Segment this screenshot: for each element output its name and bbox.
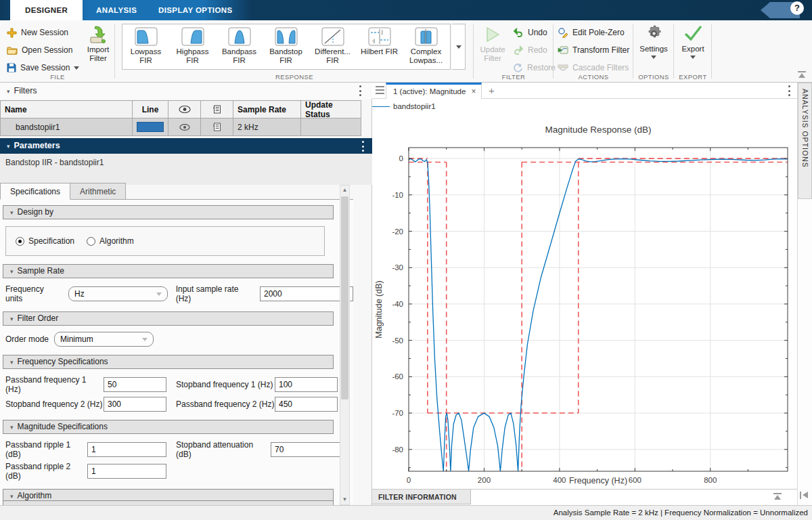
- close-tab-icon[interactable]: ×: [471, 87, 476, 96]
- filter-info-icon: [213, 123, 221, 131]
- parameters-scrollbar[interactable]: ▲ ▼: [340, 185, 350, 505]
- col-name[interactable]: Name: [1, 101, 133, 118]
- col-sample-rate[interactable]: Sample Rate: [233, 101, 301, 118]
- filter-name-cell[interactable]: bandstopiir1: [1, 118, 133, 135]
- magnitude-specifications-header[interactable]: ▾Magnitude Specifications: [3, 420, 334, 434]
- parameters-menu-icon[interactable]: [361, 141, 364, 152]
- tab-analysis[interactable]: ANALYSIS: [81, 0, 152, 20]
- help-icon[interactable]: ?: [790, 1, 804, 15]
- lowpass-fir-button[interactable]: Lowpass FIR: [122, 24, 169, 69]
- filter-info-cell[interactable]: [201, 118, 233, 135]
- settings-button[interactable]: Settings: [637, 24, 671, 59]
- col-visibility[interactable]: [168, 101, 201, 118]
- document-menu-icon[interactable]: [788, 85, 790, 96]
- update-filter-button[interactable]: Update Filter: [475, 26, 510, 63]
- sample-rate-header[interactable]: ▾Sample Rate: [3, 264, 334, 278]
- passband-ripple-2-field[interactable]: [87, 464, 166, 479]
- tab-specifications[interactable]: Specifications: [0, 183, 70, 200]
- legend-label[interactable]: bandstopiir1: [393, 102, 436, 110]
- svg-text:0: 0: [407, 476, 411, 484]
- export-dropdown-arrow[interactable]: [690, 56, 696, 59]
- svg-text:Magnitude Response (dB): Magnitude Response (dB): [545, 125, 652, 135]
- magnitude-document-tab[interactable]: 1 (active): Magnitude×: [386, 83, 482, 99]
- status-bar: Analysis Sample Rate = 2 kHz | Frequency…: [0, 505, 812, 520]
- svg-text:j: j: [381, 29, 383, 35]
- radio-dot[interactable]: [16, 237, 24, 246]
- new-session-plus-icon: [7, 28, 17, 38]
- filter-information-bar: FILTER INFORMATION: [372, 489, 797, 504]
- parameters-collapse-icon[interactable]: ▾: [7, 143, 10, 150]
- col-info[interactable]: [201, 101, 233, 118]
- frequency-units-label: Frequency units: [5, 284, 63, 303]
- stopband-attenuation-field[interactable]: [271, 442, 350, 457]
- visibility-eye-icon: [179, 124, 190, 131]
- stopband-frequency-2-label: Stopband frequency 2 (Hz): [5, 399, 104, 409]
- filter-row-bandstopiir1[interactable]: bandstopiir1 2 kHz: [1, 118, 361, 136]
- passband-frequency-2-field[interactable]: [275, 397, 338, 412]
- toolstrip-tabbar: DESIGNER ANALYSIS DISPLAY OPTIONS ?: [0, 0, 812, 20]
- magnitude-response-chart[interactable]: Magnitude Response (dB)Frequency (Hz)Mag…: [372, 112, 797, 489]
- filters-menu-icon[interactable]: [359, 85, 361, 96]
- line-color-swatch[interactable]: [137, 122, 164, 132]
- redo-icon: [513, 45, 524, 55]
- filter-update-status-cell[interactable]: [301, 118, 361, 135]
- passband-ripple-1-field[interactable]: [87, 442, 166, 457]
- col-line[interactable]: Line: [133, 101, 168, 118]
- import-filter-button[interactable]: Import Filter: [83, 26, 114, 63]
- design-by-header[interactable]: ▾Design by: [3, 205, 334, 219]
- bandpass-fir-button[interactable]: Bandpass FIR: [216, 24, 263, 69]
- bandpass-fir-icon: [228, 27, 251, 46]
- filters-collapse-icon[interactable]: ▾: [7, 88, 10, 95]
- radio-algorithm[interactable]: Algorithm: [87, 236, 134, 246]
- col-update-status[interactable]: Update Status: [301, 101, 361, 118]
- order-mode-combo[interactable]: Minimum: [54, 332, 154, 347]
- filter-information-tab[interactable]: FILTER INFORMATION: [372, 490, 471, 504]
- scroll-up-icon[interactable]: ▲: [340, 186, 349, 195]
- analysis-options-tab[interactable]: ANALYSIS OPTIONS: [798, 83, 812, 199]
- filter-order-header[interactable]: ▾Filter Order: [3, 311, 334, 326]
- bandstop-fir-button[interactable]: Bandstop FIR: [263, 24, 309, 69]
- restore-panel-icon[interactable]: [800, 492, 809, 500]
- stopband-frequency-2-field[interactable]: [104, 397, 166, 412]
- passband-ripple-2-label: Passband ripple 2 (dB): [5, 462, 87, 481]
- filter-visibility-cell[interactable]: [168, 118, 201, 135]
- ribbon-group-actions: Edit Pole-Zero Transform Filter Cascade …: [554, 20, 633, 82]
- collapse-filter-info-icon[interactable]: [773, 493, 782, 500]
- collapse-ribbon-icon[interactable]: [797, 71, 808, 79]
- tab-designer[interactable]: DESIGNER: [10, 0, 83, 20]
- open-session-button[interactable]: Open Session: [7, 43, 79, 58]
- complex-lowpass-button[interactable]: Complex Lowpas...: [403, 24, 449, 69]
- save-session-dropdown-arrow[interactable]: [74, 66, 79, 70]
- redo-button[interactable]: Redo: [513, 43, 556, 58]
- new-tab-icon[interactable]: +: [489, 85, 495, 96]
- new-session-button[interactable]: New Session: [7, 25, 79, 40]
- edit-pole-zero-button[interactable]: Edit Pole-Zero: [558, 25, 629, 40]
- frequency-units-combo[interactable]: Hz: [68, 286, 168, 301]
- passband-frequency-1-field[interactable]: [104, 377, 166, 392]
- chart-svg: Magnitude Response (dB)Frequency (Hz)Mag…: [372, 112, 797, 489]
- scroll-down-icon[interactable]: ▼: [340, 495, 349, 504]
- tab-display-options[interactable]: DISPLAY OPTIONS: [143, 0, 248, 20]
- parameters-title: Parameters: [14, 141, 60, 150]
- undo-button[interactable]: Undo: [513, 25, 556, 40]
- parameters-section-header[interactable]: ▾Parameters: [0, 138, 372, 154]
- filter-sample-rate-cell[interactable]: 2 kHz: [233, 118, 301, 135]
- transform-filter-button[interactable]: Transform Filter: [558, 43, 629, 58]
- hilbert-fir-button[interactable]: j-j Hilbert FIR: [356, 24, 403, 69]
- export-button[interactable]: Export: [677, 24, 708, 59]
- stopband-frequency-1-label: Stopband frequency 1 (Hz): [176, 380, 275, 389]
- highpass-fir-button[interactable]: Highpass FIR: [169, 24, 216, 69]
- frequency-specifications-header[interactable]: ▾Frequency Specifications: [3, 355, 334, 369]
- stopband-frequency-1-field[interactable]: [275, 377, 338, 392]
- svg-text:-40: -40: [392, 300, 403, 308]
- filters-section-header[interactable]: ▾Filters: [0, 83, 372, 99]
- panel-drag-handle-icon[interactable]: [376, 86, 384, 94]
- differentiator-fir-button[interactable]: Different... FIR: [309, 24, 356, 69]
- radio-dot[interactable]: [87, 237, 95, 246]
- settings-dropdown-arrow[interactable]: [651, 56, 656, 59]
- tab-arithmetic[interactable]: Arithmetic: [70, 183, 126, 200]
- scrollbar-thumb[interactable]: [341, 196, 348, 399]
- radio-specification[interactable]: Specification: [16, 236, 74, 246]
- response-gallery-expand-button[interactable]: [452, 24, 466, 70]
- filter-line-cell[interactable]: [133, 118, 168, 135]
